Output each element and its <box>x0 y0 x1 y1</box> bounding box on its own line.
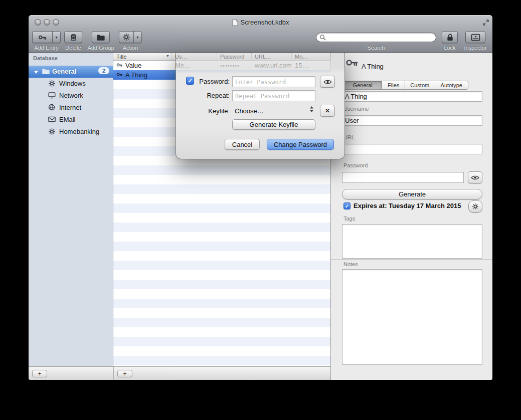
expires-settings-button[interactable] <box>468 200 482 213</box>
trash-icon <box>69 33 78 42</box>
add-group-plus-button[interactable]: + <box>32 370 47 377</box>
sidebar-group-general[interactable]: General 2 <box>29 66 113 78</box>
bottom-bar: + + <box>29 366 330 380</box>
username-field[interactable] <box>342 115 482 126</box>
add-entry-plus-button[interactable]: + <box>117 370 132 377</box>
notes-field[interactable] <box>342 269 482 365</box>
search-label: Search <box>361 45 391 51</box>
sheet-repeat-input[interactable] <box>232 90 315 101</box>
sort-indicator-icon: ▼ <box>166 54 169 58</box>
sidebar-item-label: EMail <box>59 116 76 123</box>
generate-password-button[interactable]: Generate <box>342 189 482 199</box>
chevron-down-icon[interactable]: ▼ <box>134 36 141 39</box>
generate-keyfile-button[interactable]: Generate Keyfile <box>232 119 315 130</box>
password-field[interactable] <box>342 172 464 183</box>
gear-icon <box>48 80 56 89</box>
inspector-entry-title: A Thing <box>362 63 384 70</box>
search-input[interactable] <box>328 34 433 41</box>
document-icon <box>232 19 238 26</box>
eye-icon <box>323 79 332 85</box>
sidebar-group-label: General <box>52 68 76 75</box>
add-group-label: Add Group <box>83 45 118 51</box>
entry-title: A Thing <box>125 71 147 79</box>
lock-label: Lock <box>438 45 462 51</box>
title-field[interactable] <box>342 91 482 102</box>
inspector-panel: A Thing General Files Custom Autotype Us… <box>330 53 492 380</box>
sheet-password-input[interactable] <box>232 76 315 87</box>
tags-field[interactable] <box>342 224 482 259</box>
close-icon: ✕ <box>325 107 330 114</box>
chevron-down-icon[interactable]: ▼ <box>53 36 60 39</box>
monitor-icon <box>48 92 56 100</box>
sidebar-item-label: Network <box>59 92 83 99</box>
inspector-tabs: General Files Custom Autotype <box>343 81 468 90</box>
group-count-badge: 2 <box>98 67 109 74</box>
sidebar-item-email[interactable]: EMail <box>29 114 113 126</box>
sheet-repeat-label: Repeat: <box>195 92 230 99</box>
add-group-button[interactable] <box>92 31 110 43</box>
sidebar-item-label: Homebanking <box>59 128 99 135</box>
sidebar-item-internet[interactable]: Internet <box>29 102 113 114</box>
sidebar-item-network[interactable]: Network <box>29 90 113 102</box>
inspector-label: Inspector <box>463 45 488 51</box>
folder-icon <box>96 34 105 41</box>
section-divider <box>331 259 492 260</box>
column-header-title[interactable]: Title▼ <box>113 53 172 60</box>
action-label: Action <box>115 45 145 51</box>
footer-divider <box>113 367 114 380</box>
window-title: Screenshot.kdbx <box>241 19 289 26</box>
globe-icon <box>48 104 55 112</box>
tab-files[interactable]: Files <box>382 81 405 89</box>
key-icon <box>116 71 123 79</box>
keyfile-popup[interactable]: Choose… <box>235 105 307 116</box>
key-icon <box>33 33 52 42</box>
search-field[interactable] <box>316 33 436 42</box>
envelope-icon <box>48 116 56 124</box>
sidebar-item-label: Windows <box>59 80 86 87</box>
eye-icon <box>471 175 479 180</box>
key-icon <box>116 62 123 70</box>
entry-title: Value <box>125 62 141 69</box>
sidebar-item-label: Internet <box>59 104 81 111</box>
change-password-button[interactable]: Change Password <box>267 139 334 150</box>
change-password-sheet: ✓ Password: Repeat: Keyfile: Choose… ✕ G… <box>176 53 345 159</box>
cancel-button[interactable]: Cancel <box>225 139 260 150</box>
url-label: URL <box>343 134 355 140</box>
clear-keyfile-button[interactable]: ✕ <box>320 105 335 117</box>
tab-custom[interactable]: Custom <box>405 81 435 89</box>
sidebar-item-windows[interactable]: Windows <box>29 78 113 90</box>
lock-icon <box>446 33 454 42</box>
gear-icon <box>472 203 479 210</box>
notes-label: Notes <box>343 261 358 267</box>
tab-general[interactable]: General <box>343 81 382 89</box>
add-entry-button[interactable]: ▼ <box>32 31 61 43</box>
inspector-button[interactable] <box>465 31 485 43</box>
gear-icon <box>48 128 56 137</box>
expires-checkbox[interactable]: ✓ <box>343 202 351 209</box>
sidebar-header: Database <box>33 55 58 61</box>
sheet-keyfile-label: Keyfile: <box>195 107 230 115</box>
sheet-reveal-password-button[interactable] <box>320 76 335 88</box>
window-chrome: Screenshot.kdbx ▼ Add Entry Delete Add G… <box>29 15 492 53</box>
search-icon <box>319 34 326 41</box>
sidebar-item-homebanking[interactable]: Homebanking <box>29 126 113 138</box>
delete-button[interactable] <box>64 31 82 43</box>
app-window: Screenshot.kdbx ▼ Add Entry Delete Add G… <box>29 15 492 380</box>
url-field[interactable] <box>342 144 482 154</box>
action-button[interactable]: ▼ <box>119 31 142 43</box>
sidebar: Database General 2 Windows Network Inter… <box>29 53 113 366</box>
expires-label: Expires at: Tuesday 17 March 2015 <box>354 202 461 209</box>
reveal-password-button[interactable] <box>468 171 482 183</box>
password-label: Password <box>343 162 368 168</box>
lock-button[interactable] <box>442 31 458 43</box>
folder-icon <box>42 68 50 76</box>
disclosure-triangle-icon[interactable] <box>34 70 39 74</box>
key-icon <box>345 56 359 71</box>
tab-autotype[interactable]: Autotype <box>435 81 468 89</box>
gear-icon <box>119 33 133 41</box>
password-checkbox[interactable]: ✓ <box>186 77 194 85</box>
stepper-icon[interactable] <box>309 106 314 113</box>
inspector-icon <box>471 34 480 41</box>
tags-label: Tags <box>343 216 355 222</box>
fullscreen-icon[interactable] <box>482 19 489 26</box>
